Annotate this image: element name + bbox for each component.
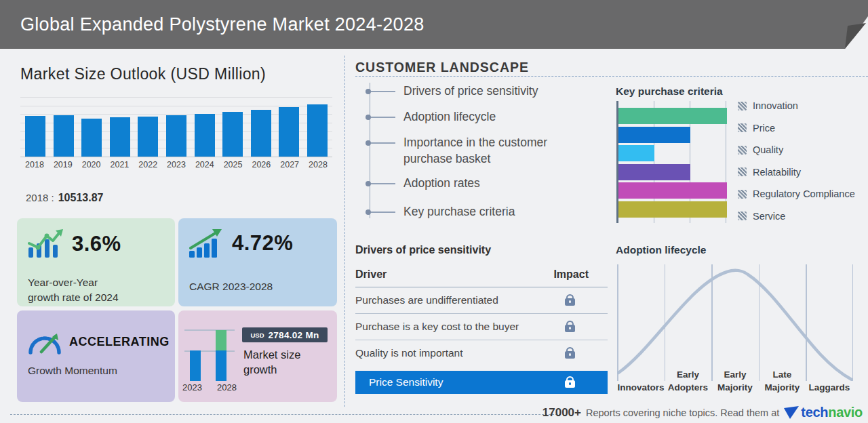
legend-label: Quality (753, 144, 783, 155)
landscape-item: Key purchase criteria (366, 204, 573, 220)
year-label-2022: 2022 (134, 160, 161, 169)
bar-2022 (138, 117, 158, 157)
key-purchase-criteria-title: Key purchase criteria (616, 85, 723, 98)
bar-2020 (81, 119, 102, 157)
landscape-item-label: Adoption lifecycle (403, 109, 573, 125)
cagr-label: CAGR 2023-2028 (189, 279, 273, 294)
driver-column-header: Driver (355, 268, 387, 281)
stage-label: LateMajority (755, 369, 810, 395)
mini-growth-segment (216, 330, 226, 350)
column-divider (344, 56, 345, 407)
legend-hatch-icon (738, 190, 747, 199)
year-label-2028: 2028 (304, 160, 332, 169)
bar-2027 (279, 107, 299, 157)
legend-label: Relatability (753, 167, 801, 178)
bar-2028 (307, 104, 328, 157)
bar-2025 (222, 112, 243, 157)
price-sensitivity-row: Price Sensitivity (355, 371, 608, 394)
year-label-2023: 2023 (163, 160, 190, 169)
lock-icon (565, 351, 575, 359)
brand-navio: navio (828, 405, 863, 420)
growth-label: Market size growth (243, 347, 300, 378)
bar-2021 (110, 117, 130, 157)
stage-label: EarlyAdopters (661, 369, 715, 395)
criteria-bar-service (618, 201, 727, 218)
driver-label: Purchase is a key cost to the buyer (355, 321, 519, 333)
legend-hatch-icon (738, 102, 747, 110)
customer-landscape-underline (355, 76, 868, 77)
driver-row: Purchase is a key cost to the buyer (355, 314, 608, 340)
legend-item: Regulatory Compliance (738, 188, 855, 199)
bar-2026 (251, 110, 271, 157)
lock-icon (565, 325, 575, 332)
driver-row: Quality is not important (355, 340, 608, 366)
mini-chart-years: 2023 2028 (178, 382, 241, 392)
adoption-lifecycle-title: Adoption lifecycle (616, 244, 707, 256)
page-title: Global Expanded Polystyrene Market 2024-… (20, 0, 425, 49)
page-curl-decoration (821, 0, 868, 49)
stage-label: Innovators (614, 382, 668, 395)
impact-column-header: Impact (553, 268, 589, 281)
landscape-item-label: Key purchase criteria (403, 204, 573, 220)
cagr-card: 4.72% CAGR 2023-2028 (178, 218, 337, 306)
legend-item: Innovation (738, 100, 855, 111)
stage-label: Laggards (802, 382, 856, 395)
trend-up-icon (189, 229, 223, 258)
lock-icon (565, 380, 575, 388)
drivers-table: Driver Impact Purchases are undifferenti… (355, 268, 608, 394)
criteria-bar-regulatory-compliance (618, 182, 727, 199)
year-label-2021: 2021 (106, 160, 133, 169)
list-node-dot (366, 181, 371, 186)
landscape-item-label: Importance in the customer purchase bask… (403, 135, 573, 167)
bar-chart-x-axis-labels: 2018201920202021202220232024202520262027… (20, 160, 332, 169)
brand-tech: tech (801, 405, 828, 420)
year-label-2026: 2026 (248, 160, 275, 169)
header-bar: Global Expanded Polystyrene Market 2024-… (0, 0, 868, 49)
landscape-item: Adoption rates (366, 176, 573, 192)
criteria-legend: InnovationPriceQualityRelatabilityRegula… (738, 100, 855, 222)
landscape-item: Importance in the customer purchase bask… (366, 135, 573, 167)
mini-bar-2023 (190, 350, 201, 381)
growth-bars-icon (28, 229, 63, 259)
landscape-item-label: Drivers of price sensitivity (403, 83, 573, 100)
drivers-table-rows: Purchases are undifferentiatedPurchase i… (355, 287, 608, 366)
criteria-bar-relatability (618, 164, 690, 180)
base-year-label: 2018 : (26, 192, 54, 203)
momentum-status: ACCELERATING (69, 335, 170, 349)
legend-label: Service (753, 211, 785, 222)
legend-item: Quality (738, 144, 855, 155)
technavio-logo[interactable]: technavio (784, 405, 863, 420)
year-label-2018: 2018 (21, 160, 48, 169)
legend-hatch-icon (738, 146, 747, 155)
legend-label: Innovation (753, 100, 798, 111)
growth-momentum-card: ACCELERATING Growth Momentum (17, 310, 175, 402)
legend-hatch-icon (738, 167, 747, 176)
base-year-number: 10513.87 (58, 192, 104, 203)
yoy-label: Year-over-Year growth rate of 2024 (28, 275, 119, 305)
mini-chart-gridline (184, 329, 235, 331)
bar-2024 (195, 114, 215, 157)
driver-label: Purchases are undifferentiated (355, 294, 498, 306)
driver-label: Quality is not important (355, 347, 463, 359)
criteria-bar-price (618, 127, 690, 143)
drivers-table-header: Driver Impact (355, 268, 608, 287)
list-connector (371, 91, 395, 92)
market-size-bar-chart (20, 97, 332, 157)
list-connector (371, 183, 395, 184)
year-label-2024: 2024 (191, 160, 218, 169)
momentum-label: Growth Momentum (28, 363, 117, 378)
market-size-growth-card: 2023 2028 USD 2784.02 Mn Market size gro… (178, 310, 337, 402)
yoy-value: 3.6% (72, 232, 121, 256)
list-node-dot (366, 209, 371, 215)
bell-curve (617, 264, 853, 381)
legend-hatch-icon (738, 123, 747, 132)
list-connector (371, 117, 395, 118)
drivers-table-title: Drivers of price sensitivity (355, 244, 491, 256)
bar-2019 (54, 115, 74, 157)
landscape-item-label: Adoption rates (403, 176, 573, 192)
list-connector (371, 142, 395, 144)
year-label-2019: 2019 (50, 160, 77, 169)
speedometer-icon (28, 328, 62, 355)
list-node-dot (366, 115, 371, 120)
list-node-dot (366, 140, 371, 146)
